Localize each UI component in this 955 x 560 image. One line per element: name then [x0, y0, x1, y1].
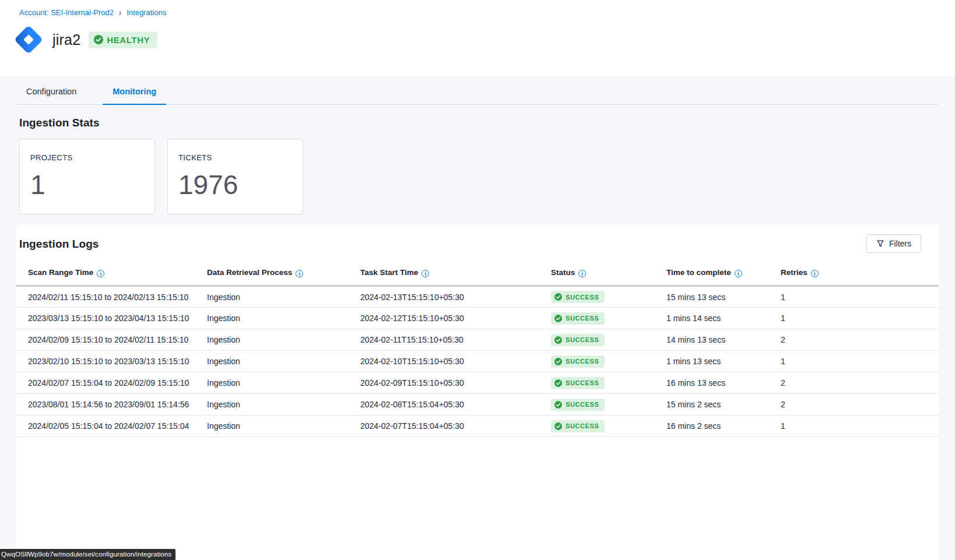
table-row: 2023/08/01 15:14:56 to 2023/09/01 15:14:… [16, 394, 939, 415]
table-row: 2023/03/13 15:15:10 to 2023/04/13 15:15:… [16, 308, 939, 329]
cell-retries: 2 [781, 329, 939, 351]
filters-button-label: Filters [889, 239, 911, 248]
status-label: SUCCESS [566, 315, 599, 322]
column-header-data-retrieval-process: Data Retrieval Processi [207, 268, 360, 286]
table-header-row: Scan Range Timei Data Retrieval Processi… [16, 268, 939, 286]
cell-status: SUCCESS [551, 394, 666, 415]
stat-label: PROJECTS [30, 153, 144, 162]
breadcrumb-integrations-link[interactable]: Integrations [127, 8, 166, 17]
status-label: SUCCESS [566, 358, 599, 365]
column-label: Scan Range Time [28, 268, 93, 277]
column-header-status: Statusi [551, 268, 666, 286]
stat-cards-row: PROJECTS 1 TICKETS 1976 [19, 139, 939, 214]
column-label: Retries [781, 268, 807, 277]
cell-scan-range-time: 2024/02/09 15:15:10 to 2024/02/11 15:15:… [16, 329, 207, 351]
tab-configuration[interactable]: Configuration [16, 79, 86, 105]
cell-data-retrieval-process: Ingestion [207, 351, 360, 372]
check-circle-icon [554, 358, 562, 365]
tab-monitoring[interactable]: Monitoring [103, 79, 166, 105]
stat-card-projects: PROJECTS 1 [19, 139, 155, 214]
integration-name: jira2 [52, 31, 80, 48]
cell-task-start-time: 2024-02-07T15:15:04+05:30 [360, 415, 551, 437]
column-header-scan-range-time: Scan Range Timei [16, 268, 207, 286]
cell-time-to-complete: 1 mins 14 secs [666, 308, 781, 329]
link-preview-statusbar: QwqOSllWp9ob7w/module/sei/configuration/… [0, 549, 175, 560]
check-circle-icon [554, 293, 562, 301]
cell-status: SUCCESS [551, 351, 666, 372]
cell-scan-range-time: 2024/02/05 15:15:04 to 2024/02/07 15:15:… [16, 415, 207, 437]
cell-data-retrieval-process: Ingestion [207, 329, 360, 351]
table-row: 2023/02/10 15:15:10 to 2023/03/13 15:15:… [16, 351, 939, 372]
info-icon[interactable]: i [296, 270, 303, 277]
ingestion-stats-section: Ingestion Stats PROJECTS 1 TICKETS 1976 [0, 105, 955, 214]
funnel-icon [876, 240, 884, 248]
status-label: SUCCESS [566, 379, 599, 386]
cell-retries: 2 [781, 372, 939, 394]
check-circle-icon [554, 422, 562, 430]
info-icon[interactable]: i [422, 270, 429, 277]
stat-value: 1 [30, 169, 144, 200]
cell-data-retrieval-process: Ingestion [207, 415, 360, 437]
cell-time-to-complete: 14 mins 13 secs [666, 329, 781, 351]
status-badge: SUCCESS [551, 334, 605, 346]
info-icon[interactable]: i [97, 270, 104, 277]
cell-time-to-complete: 1 mins 13 secs [666, 351, 781, 372]
cell-retries: 1 [781, 415, 939, 437]
cell-data-retrieval-process: Ingestion [207, 308, 360, 329]
column-header-time-to-complete: Time to completei [666, 268, 781, 286]
check-circle-icon [554, 315, 562, 322]
status-label: SUCCESS [566, 422, 599, 429]
info-icon[interactable]: i [578, 270, 586, 277]
cell-scan-range-time: 2023/08/01 15:14:56 to 2023/09/01 15:14:… [16, 394, 207, 415]
cell-retries: 2 [781, 394, 939, 415]
status-badge: SUCCESS [551, 420, 605, 432]
tab-bar: Configuration Monitoring [16, 78, 939, 105]
cell-status: SUCCESS [551, 308, 666, 329]
column-label: Task Start Time [360, 268, 418, 277]
table-row: 2024/02/07 15:15:04 to 2024/02/09 15:15:… [16, 372, 939, 394]
integration-monitoring-page: Account: SEI-Internal-Prod2 › Integratio… [0, 0, 955, 560]
stat-value: 1976 [178, 169, 292, 200]
status-label: SUCCESS [566, 336, 599, 343]
ingestion-logs-tbody: 2024/02/11 15:15:10 to 2024/02/13 15:15:… [16, 286, 939, 437]
cell-task-start-time: 2024-02-11T15:15:10+05:30 [360, 329, 551, 351]
ingestion-logs-header: Ingestion Logs Filters [16, 234, 939, 253]
column-header-task-start-time: Task Start Timei [360, 268, 551, 286]
stat-label: TICKETS [178, 153, 292, 162]
ingestion-logs-table: Scan Range Timei Data Retrieval Processi… [16, 268, 939, 437]
status-badge: SUCCESS [551, 399, 605, 411]
filters-button[interactable]: Filters [866, 234, 921, 253]
info-icon[interactable]: i [735, 270, 742, 277]
table-row: 2024/02/09 15:15:10 to 2024/02/11 15:15:… [16, 329, 939, 351]
cell-task-start-time: 2024-02-13T15:15:10+05:30 [360, 286, 551, 308]
cell-scan-range-time: 2023/03/13 15:15:10 to 2023/04/13 15:15:… [16, 308, 207, 329]
column-label: Status [551, 268, 575, 277]
column-label: Data Retrieval Process [207, 268, 292, 277]
cell-status: SUCCESS [551, 329, 666, 351]
status-badge: SUCCESS [551, 355, 605, 368]
jira-logo-icon [12, 23, 45, 57]
cell-task-start-time: 2024-02-12T15:15:10+05:30 [360, 308, 551, 329]
status-badge: SUCCESS [551, 291, 605, 303]
check-circle-icon [94, 35, 103, 44]
cell-time-to-complete: 16 mins 13 secs [666, 372, 781, 394]
cell-time-to-complete: 16 mins 2 secs [666, 415, 781, 437]
stat-card-tickets: TICKETS 1976 [167, 139, 303, 214]
cell-task-start-time: 2024-02-08T15:15:04+05:30 [360, 394, 551, 415]
breadcrumb: Account: SEI-Internal-Prod2 › Integratio… [19, 8, 939, 17]
health-status-badge: HEALTHY [89, 31, 157, 48]
cell-status: SUCCESS [551, 415, 666, 437]
check-circle-icon [554, 379, 562, 387]
cell-data-retrieval-process: Ingestion [207, 372, 360, 394]
breadcrumb-chevron-icon: › [119, 8, 121, 18]
table-row: 2024/02/05 15:15:04 to 2024/02/07 15:15:… [16, 415, 939, 437]
breadcrumb-account-link[interactable]: Account: SEI-Internal-Prod2 [19, 8, 114, 17]
cell-scan-range-time: 2024/02/07 15:15:04 to 2024/02/09 15:15:… [16, 372, 207, 394]
health-status-label: HEALTHY [107, 35, 150, 45]
info-icon[interactable]: i [811, 270, 819, 277]
cell-retries: 1 [781, 351, 939, 372]
cell-scan-range-time: 2023/02/10 15:15:10 to 2023/03/13 15:15:… [16, 351, 207, 372]
status-badge: SUCCESS [551, 312, 605, 325]
cell-task-start-time: 2024-02-09T15:15:10+05:30 [360, 372, 551, 394]
ingestion-logs-panel: Ingestion Logs Filters Scan Range Timei … [16, 225, 939, 560]
